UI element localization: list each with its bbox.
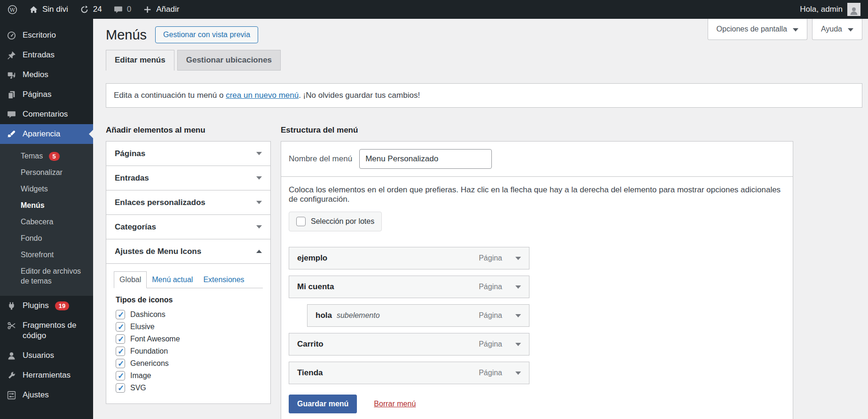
sidebar-item-medios[interactable]: Medios [0, 65, 93, 85]
accordion-section-label: Entradas [115, 174, 149, 183]
checkbox-font-awesome[interactable] [116, 334, 125, 344]
checkbox-label: Elusive [130, 323, 155, 331]
menu-item-tienda[interactable]: Tienda Página [289, 362, 529, 384]
media-icon [7, 70, 16, 80]
accordion-section-enlaces[interactable]: Enlaces personalizados [106, 190, 270, 215]
tools-wrench-icon [7, 371, 16, 380]
submenu-item-label: Widgets [21, 185, 48, 193]
comments-indicator[interactable]: 0 [113, 5, 131, 15]
greeting-text: Hola, admin [800, 5, 843, 14]
checkbox-genericons[interactable] [116, 359, 125, 368]
submenu-item-widgets[interactable]: Widgets [0, 181, 93, 197]
menu-item-hola[interactable]: hola subelemento Página [307, 304, 529, 327]
checkbox-foundation[interactable] [116, 347, 125, 356]
accordion-section-label: Enlaces personalizados [115, 198, 205, 207]
sidebar-item-comentarios[interactable]: Comentarios [0, 104, 93, 124]
icon-type-row: Image [114, 370, 263, 382]
chevron-down-icon[interactable] [515, 372, 521, 375]
menu-icons-tabs: Global Menú actual Extensiones [114, 271, 263, 288]
sidebar-item-herramientas[interactable]: Herramientas [0, 365, 93, 385]
menu-item-ejemplo[interactable]: ejemplo Página [289, 247, 529, 269]
menu-name-row: Nombre del menú [281, 142, 793, 177]
checkbox-label: SVG [130, 384, 146, 392]
chevron-down-icon[interactable] [515, 285, 521, 289]
menu-name-input[interactable] [359, 149, 492, 169]
sidebar-item-fragmentos[interactable]: Fragmentos de código [0, 316, 93, 346]
submenu-item-temas[interactable]: Temas 5 [0, 148, 93, 164]
sidebar-item-usuarios[interactable]: Usuarios [0, 346, 93, 365]
nav-tabs: Editar menús Gestionar ubicaciones [106, 50, 862, 71]
menu-item-type: Página [479, 369, 502, 377]
sidebar-item-paginas[interactable]: Páginas [0, 85, 93, 104]
add-items-heading: Añadir elementos al menu [106, 126, 271, 135]
checkbox-label: Image [130, 372, 151, 380]
create-new-menu-link[interactable]: crea un nuevo menú [226, 91, 299, 100]
new-content-menu[interactable]: Añadir [142, 5, 179, 15]
checkbox-label: Genericons [130, 359, 169, 368]
delete-menu-link[interactable]: Borrar menú [374, 400, 416, 408]
menu-item-title: Mi cuenta [297, 282, 334, 292]
accordion-section-entradas[interactable]: Entradas [106, 166, 270, 190]
submenu-item-editor-archivos[interactable]: Editor de archivos de temas [0, 263, 93, 289]
chevron-down-icon[interactable] [515, 314, 521, 317]
chevron-down-icon [256, 152, 262, 155]
main-layout: Escritorio Entradas Medios [0, 19, 868, 419]
sidebar-item-label: Escritorio [23, 30, 56, 40]
screen-options-button[interactable]: Opciones de pantalla [708, 19, 807, 40]
comments-count: 0 [127, 5, 131, 14]
icon-type-row: Dashicons [114, 308, 263, 321]
sidebar-item-plugins[interactable]: Plugins 19 [0, 296, 93, 316]
bulk-select-toggle[interactable]: Selección por lotes [289, 212, 382, 231]
chevron-down-icon[interactable] [515, 343, 521, 346]
submenu-item-menus[interactable]: Menús [0, 197, 93, 213]
submenu-item-label: Personalizar [21, 168, 63, 176]
checkbox-elusive[interactable] [116, 322, 125, 332]
help-button[interactable]: Ayuda [812, 19, 862, 40]
sidebar-item-entradas[interactable]: Entradas [0, 45, 93, 65]
manage-with-live-preview-button[interactable]: Gestionar con vista previa [155, 26, 258, 43]
pages-icon [7, 90, 16, 100]
chevron-down-icon[interactable] [515, 257, 521, 260]
sidebar-item-ajustes[interactable]: Ajustes [0, 385, 93, 405]
sidebar-item-label: Páginas [23, 89, 51, 100]
menu-structure-panel: Nombre del menú Coloca los elementos en … [281, 141, 793, 419]
scissors-icon [7, 321, 16, 331]
plugins-update-badge: 19 [55, 301, 69, 310]
accordion-section-menu-icons[interactable]: Ajustes de Menu Icons [106, 239, 270, 264]
submenu-item-storefront[interactable]: Storefront [0, 246, 93, 263]
tab-manage-locations[interactable]: Gestionar ubicaciones [177, 50, 281, 71]
page-title: Menús [106, 27, 147, 43]
tab-extensiones[interactable]: Extensiones [198, 272, 249, 288]
admin-content: Opciones de pantalla Ayuda Menús Gestion… [93, 19, 868, 419]
bulk-select-checkbox[interactable] [296, 217, 306, 226]
site-menu[interactable]: Sin divi [29, 5, 68, 15]
save-menu-button[interactable]: Guardar menú [289, 395, 357, 413]
sidebar-item-escritorio[interactable]: Escritorio [0, 25, 93, 45]
accordion-section-categorias[interactable]: Categorías [106, 215, 270, 239]
checkbox-svg[interactable] [116, 383, 125, 393]
submenu-item-fondo[interactable]: Fondo [0, 230, 93, 246]
avatar [847, 3, 860, 16]
checkbox-label: Foundation [130, 347, 168, 356]
submenu-item-personalizar[interactable]: Personalizar [0, 164, 93, 181]
accordion-section-paginas[interactable]: Páginas [106, 142, 270, 166]
checkbox-image[interactable] [116, 371, 125, 380]
menu-item-carrito[interactable]: Carrito Página [289, 333, 529, 356]
tab-menu-actual[interactable]: Menú actual [147, 272, 198, 288]
tab-edit-menus[interactable]: Editar menús [106, 50, 174, 71]
checkbox-dashicons[interactable] [116, 310, 125, 319]
menu-item-title: Tienda [297, 368, 323, 378]
structure-heading: Estructura del menú [281, 126, 793, 135]
menu-structure-column: Estructura del menú Nombre del menú Colo… [281, 126, 793, 419]
icon-type-row: SVG [114, 382, 263, 394]
submenu-item-cabecera[interactable]: Cabecera [0, 213, 93, 230]
tab-global[interactable]: Global [114, 271, 147, 288]
account-menu[interactable]: Hola, admin [800, 3, 860, 16]
add-items-accordion: Páginas Entradas Enlaces personalizados [106, 141, 271, 404]
updates-indicator[interactable]: 24 [79, 5, 102, 15]
wordpress-logo[interactable]: W [8, 5, 17, 15]
sidebar-item-apariencia[interactable]: Apariencia [0, 124, 93, 144]
icon-type-row: Genericons [114, 357, 263, 370]
menu-item-mi-cuenta[interactable]: Mi cuenta Página [289, 276, 529, 298]
sidebar-item-label: Herramientas [23, 370, 71, 380]
